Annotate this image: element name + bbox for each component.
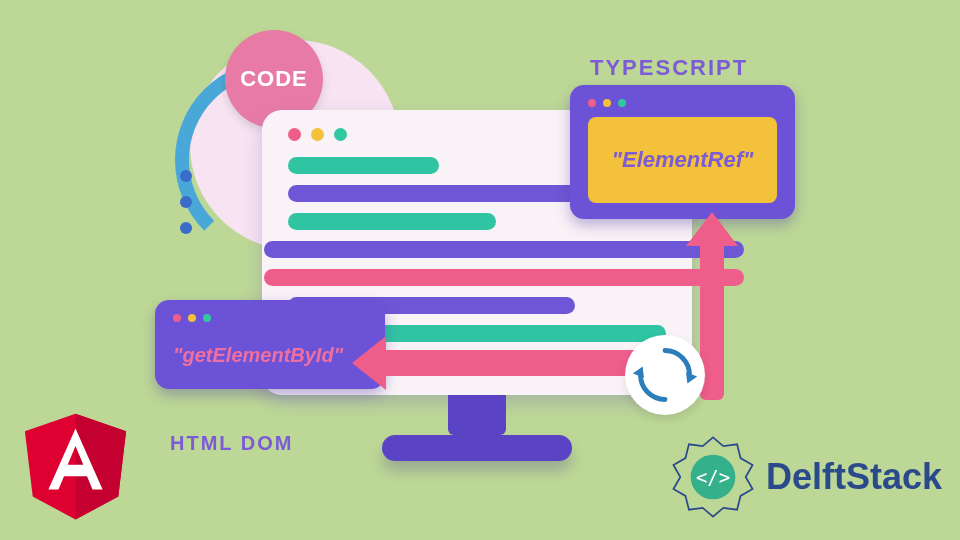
- monitor-stand-base: [382, 435, 572, 461]
- code-line: [288, 157, 439, 174]
- delftstack-logo: </> DelftStack: [670, 434, 942, 520]
- mini-traffic-lights: [588, 99, 777, 107]
- traffic-yellow-icon: [311, 128, 324, 141]
- code-line: [264, 241, 744, 258]
- angular-logo-icon: [18, 402, 133, 522]
- html-dom-label: HTML DOM: [170, 432, 293, 455]
- monitor-stand-neck: [448, 395, 506, 435]
- traffic-green-icon: [618, 99, 626, 107]
- traffic-green-icon: [203, 314, 211, 322]
- traffic-green-icon: [334, 128, 347, 141]
- traffic-red-icon: [173, 314, 181, 322]
- dom-window-content: "getElementById": [173, 332, 367, 373]
- traffic-yellow-icon: [188, 314, 196, 322]
- decorative-dots: [180, 170, 192, 234]
- traffic-red-icon: [288, 128, 301, 141]
- typescript-label: TYPESCRIPT: [590, 55, 748, 81]
- dom-window: "getElementById": [155, 300, 385, 389]
- refresh-circle: [625, 335, 705, 415]
- typescript-window: "ElementRef": [570, 85, 795, 219]
- svg-text:</>: </>: [696, 466, 730, 488]
- arrow-left-icon: [380, 350, 640, 376]
- code-line: [288, 213, 496, 230]
- code-badge-text: CODE: [240, 66, 308, 92]
- mini-traffic-lights: [173, 314, 367, 322]
- traffic-yellow-icon: [603, 99, 611, 107]
- traffic-red-icon: [588, 99, 596, 107]
- delftstack-text: DelftStack: [766, 456, 942, 498]
- typescript-window-content: "ElementRef": [588, 117, 777, 203]
- code-line: [264, 269, 744, 286]
- refresh-icon: [630, 340, 700, 410]
- delftstack-mark-icon: </>: [670, 434, 756, 520]
